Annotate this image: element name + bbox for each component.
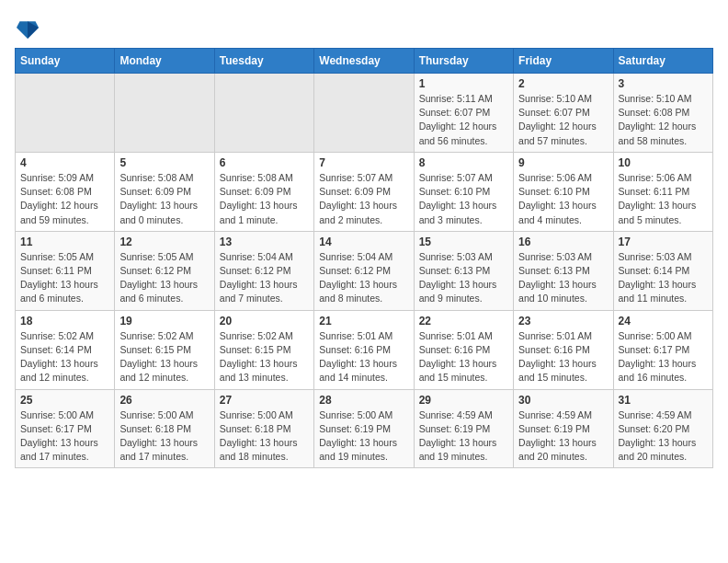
day-number: 10 bbox=[619, 156, 708, 169]
day-info: Sunrise: 5:06 AMSunset: 6:11 PMDaylight:… bbox=[619, 171, 708, 227]
day-info: Sunrise: 5:04 AMSunset: 6:12 PMDaylight:… bbox=[220, 250, 309, 306]
calendar-cell: 5Sunrise: 5:08 AMSunset: 6:09 PMDaylight… bbox=[115, 152, 214, 231]
calendar-cell: 31Sunrise: 4:59 AMSunset: 6:20 PMDayligh… bbox=[613, 389, 712, 468]
calendar-cell: 26Sunrise: 5:00 AMSunset: 6:18 PMDayligh… bbox=[115, 389, 214, 468]
logo-icon bbox=[17, 15, 39, 40]
day-number: 2 bbox=[518, 77, 608, 90]
calendar-week-2: 4Sunrise: 5:09 AMSunset: 6:08 PMDaylight… bbox=[16, 152, 713, 231]
day-info: Sunrise: 5:00 AMSunset: 6:18 PMDaylight:… bbox=[119, 408, 209, 465]
day-number: 7 bbox=[319, 156, 408, 169]
day-number: 30 bbox=[518, 394, 608, 407]
weekday-header-row: SundayMondayTuesdayWednesdayThursdayFrid… bbox=[16, 49, 713, 74]
calendar-cell: 18Sunrise: 5:02 AMSunset: 6:14 PMDayligh… bbox=[16, 310, 115, 389]
calendar-cell: 21Sunrise: 5:01 AMSunset: 6:16 PMDayligh… bbox=[314, 310, 414, 389]
day-info: Sunrise: 5:00 AMSunset: 6:18 PMDaylight:… bbox=[220, 408, 309, 465]
day-info: Sunrise: 5:08 AMSunset: 6:09 PMDaylight:… bbox=[220, 171, 309, 227]
day-info: Sunrise: 5:02 AMSunset: 6:15 PMDaylight:… bbox=[119, 329, 209, 385]
day-number: 4 bbox=[20, 156, 109, 169]
day-number: 28 bbox=[319, 394, 408, 407]
weekday-header-monday: Monday bbox=[115, 49, 214, 74]
day-number: 20 bbox=[220, 315, 309, 327]
day-number: 18 bbox=[20, 315, 109, 327]
day-number: 15 bbox=[419, 236, 508, 248]
day-info: Sunrise: 5:03 AMSunset: 6:13 PMDaylight:… bbox=[518, 250, 608, 306]
calendar-cell: 30Sunrise: 4:59 AMSunset: 6:19 PMDayligh… bbox=[514, 389, 613, 468]
day-number: 25 bbox=[20, 394, 109, 407]
calendar-cell: 2Sunrise: 5:10 AMSunset: 6:07 PMDaylight… bbox=[514, 74, 613, 153]
day-info: Sunrise: 5:05 AMSunset: 6:11 PMDaylight:… bbox=[20, 250, 109, 306]
calendar-cell bbox=[314, 74, 414, 153]
day-number: 24 bbox=[619, 315, 708, 327]
day-info: Sunrise: 5:03 AMSunset: 6:14 PMDaylight:… bbox=[619, 250, 708, 306]
day-number: 26 bbox=[119, 394, 209, 407]
page-header bbox=[15, 15, 713, 40]
day-info: Sunrise: 5:07 AMSunset: 6:09 PMDaylight:… bbox=[319, 171, 408, 227]
day-number: 3 bbox=[619, 77, 708, 90]
weekday-header-friday: Friday bbox=[514, 49, 613, 74]
calendar-body: 1Sunrise: 5:11 AMSunset: 6:07 PMDaylight… bbox=[16, 74, 713, 468]
day-number: 8 bbox=[419, 156, 508, 169]
logo bbox=[15, 15, 42, 40]
day-info: Sunrise: 5:01 AMSunset: 6:16 PMDaylight:… bbox=[319, 329, 408, 385]
calendar-table: SundayMondayTuesdayWednesdayThursdayFrid… bbox=[15, 48, 713, 468]
calendar-cell: 17Sunrise: 5:03 AMSunset: 6:14 PMDayligh… bbox=[613, 231, 712, 310]
day-number: 27 bbox=[220, 394, 309, 407]
calendar-cell: 7Sunrise: 5:07 AMSunset: 6:09 PMDaylight… bbox=[314, 152, 414, 231]
day-info: Sunrise: 4:59 AMSunset: 6:19 PMDaylight:… bbox=[518, 408, 608, 465]
day-info: Sunrise: 5:07 AMSunset: 6:10 PMDaylight:… bbox=[419, 171, 508, 227]
day-info: Sunrise: 5:10 AMSunset: 6:08 PMDaylight:… bbox=[619, 92, 708, 148]
weekday-header-wednesday: Wednesday bbox=[314, 49, 414, 74]
calendar-cell: 15Sunrise: 5:03 AMSunset: 6:13 PMDayligh… bbox=[414, 231, 513, 310]
day-number: 22 bbox=[419, 315, 508, 327]
day-info: Sunrise: 5:02 AMSunset: 6:15 PMDaylight:… bbox=[220, 329, 309, 385]
calendar-cell: 10Sunrise: 5:06 AMSunset: 6:11 PMDayligh… bbox=[613, 152, 712, 231]
day-info: Sunrise: 5:03 AMSunset: 6:13 PMDaylight:… bbox=[419, 250, 508, 306]
day-info: Sunrise: 5:10 AMSunset: 6:07 PMDaylight:… bbox=[518, 92, 608, 148]
weekday-header-thursday: Thursday bbox=[414, 49, 513, 74]
calendar-cell bbox=[214, 74, 313, 153]
calendar-cell: 4Sunrise: 5:09 AMSunset: 6:08 PMDaylight… bbox=[16, 152, 115, 231]
calendar-cell: 11Sunrise: 5:05 AMSunset: 6:11 PMDayligh… bbox=[16, 231, 115, 310]
weekday-header-sunday: Sunday bbox=[16, 49, 115, 74]
day-number: 12 bbox=[119, 236, 209, 248]
day-info: Sunrise: 5:04 AMSunset: 6:12 PMDaylight:… bbox=[319, 250, 408, 306]
calendar-cell: 25Sunrise: 5:00 AMSunset: 6:17 PMDayligh… bbox=[16, 389, 115, 468]
calendar-cell: 20Sunrise: 5:02 AMSunset: 6:15 PMDayligh… bbox=[214, 310, 313, 389]
day-info: Sunrise: 5:02 AMSunset: 6:14 PMDaylight:… bbox=[20, 329, 109, 385]
day-info: Sunrise: 5:00 AMSunset: 6:17 PMDaylight:… bbox=[20, 408, 109, 465]
calendar-week-3: 11Sunrise: 5:05 AMSunset: 6:11 PMDayligh… bbox=[16, 231, 713, 310]
day-number: 1 bbox=[419, 77, 508, 90]
calendar-cell: 12Sunrise: 5:05 AMSunset: 6:12 PMDayligh… bbox=[115, 231, 214, 310]
day-info: Sunrise: 5:05 AMSunset: 6:12 PMDaylight:… bbox=[119, 250, 209, 306]
calendar-cell: 16Sunrise: 5:03 AMSunset: 6:13 PMDayligh… bbox=[514, 231, 613, 310]
day-number: 31 bbox=[619, 394, 708, 407]
day-number: 6 bbox=[220, 156, 309, 169]
calendar-cell bbox=[115, 74, 214, 153]
day-info: Sunrise: 4:59 AMSunset: 6:19 PMDaylight:… bbox=[419, 408, 508, 465]
day-number: 29 bbox=[419, 394, 508, 407]
day-info: Sunrise: 5:00 AMSunset: 6:19 PMDaylight:… bbox=[319, 408, 408, 465]
day-number: 5 bbox=[119, 156, 209, 169]
day-info: Sunrise: 5:00 AMSunset: 6:17 PMDaylight:… bbox=[619, 329, 708, 385]
calendar-cell: 13Sunrise: 5:04 AMSunset: 6:12 PMDayligh… bbox=[214, 231, 313, 310]
day-number: 16 bbox=[518, 236, 608, 248]
day-number: 21 bbox=[319, 315, 408, 327]
day-info: Sunrise: 5:11 AMSunset: 6:07 PMDaylight:… bbox=[419, 92, 508, 148]
day-number: 17 bbox=[619, 236, 708, 248]
calendar-cell: 8Sunrise: 5:07 AMSunset: 6:10 PMDaylight… bbox=[414, 152, 513, 231]
day-number: 14 bbox=[319, 236, 408, 248]
calendar-cell: 29Sunrise: 4:59 AMSunset: 6:19 PMDayligh… bbox=[414, 389, 513, 468]
calendar-cell: 27Sunrise: 5:00 AMSunset: 6:18 PMDayligh… bbox=[214, 389, 313, 468]
day-info: Sunrise: 4:59 AMSunset: 6:20 PMDaylight:… bbox=[619, 408, 708, 465]
calendar-cell: 19Sunrise: 5:02 AMSunset: 6:15 PMDayligh… bbox=[115, 310, 214, 389]
day-info: Sunrise: 5:01 AMSunset: 6:16 PMDaylight:… bbox=[518, 329, 608, 385]
calendar-week-4: 18Sunrise: 5:02 AMSunset: 6:14 PMDayligh… bbox=[16, 310, 713, 389]
weekday-header-saturday: Saturday bbox=[613, 49, 712, 74]
calendar-week-1: 1Sunrise: 5:11 AMSunset: 6:07 PMDaylight… bbox=[16, 74, 713, 153]
day-info: Sunrise: 5:01 AMSunset: 6:16 PMDaylight:… bbox=[419, 329, 508, 385]
day-info: Sunrise: 5:09 AMSunset: 6:08 PMDaylight:… bbox=[20, 171, 109, 227]
calendar-cell: 6Sunrise: 5:08 AMSunset: 6:09 PMDaylight… bbox=[214, 152, 313, 231]
day-number: 19 bbox=[119, 315, 209, 327]
calendar-header: SundayMondayTuesdayWednesdayThursdayFrid… bbox=[16, 49, 713, 74]
calendar-week-5: 25Sunrise: 5:00 AMSunset: 6:17 PMDayligh… bbox=[16, 389, 713, 468]
